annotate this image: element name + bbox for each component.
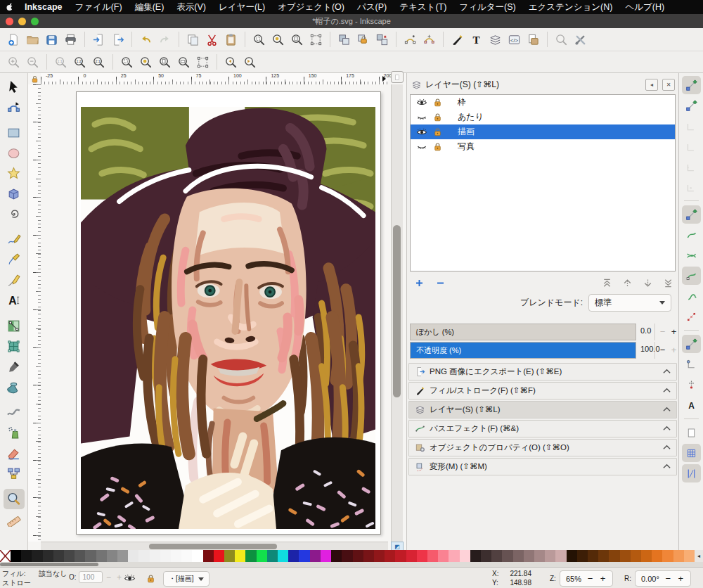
zoom-input[interactable]: 65% − + (560, 570, 613, 587)
palette-scrollbar[interactable] (0, 562, 703, 567)
snap-text-baseline-button[interactable]: A (682, 396, 701, 414)
cut-button[interactable] (202, 30, 221, 49)
apple-menu-icon[interactable] (0, 2, 18, 12)
spiral-tool[interactable] (4, 204, 25, 224)
zoom-1-2-button[interactable]: 1:2 (70, 53, 89, 71)
palette-swatch[interactable] (310, 550, 321, 562)
snap-path-intersections-button[interactable] (682, 246, 701, 264)
zoom-in-button[interactable] (4, 53, 23, 71)
layer-row-あたり[interactable]: あたり (411, 110, 675, 124)
palette-swatch[interactable] (288, 550, 299, 562)
zoom-page-width-button[interactable] (174, 53, 193, 71)
fill-stroke-dialog-button[interactable] (448, 30, 467, 49)
palette-swatch[interactable] (128, 550, 138, 562)
duplicate-button[interactable] (183, 30, 202, 49)
text-dialog-button[interactable]: T (467, 30, 486, 49)
current-layer-dropdown[interactable]: ・[描画] (163, 571, 209, 587)
snap-others-button[interactable] (682, 335, 701, 353)
box-3d-tool[interactable] (4, 184, 25, 204)
bezier-pen-tool[interactable] (4, 250, 25, 270)
palette-swatch[interactable] (502, 550, 512, 562)
tweak-tool[interactable] (4, 402, 25, 423)
group-button[interactable] (335, 30, 354, 49)
print-button[interactable] (61, 30, 80, 49)
zoom-2-1-button[interactable]: 2:1 (89, 53, 108, 71)
rotation-input[interactable]: 0.00° − + (635, 570, 691, 587)
ungroup-button[interactable] (373, 30, 392, 49)
lock-guides-button[interactable] (28, 73, 41, 84)
palette-swatch[interactable] (245, 550, 256, 562)
palette-swatch[interactable] (555, 550, 566, 562)
rotation-plus-button[interactable]: + (677, 573, 685, 584)
palette-swatch[interactable] (181, 550, 192, 562)
layer-lock-toggle[interactable] (431, 111, 444, 124)
palette-swatch[interactable] (374, 550, 385, 562)
menu-app-name[interactable]: Inkscape (18, 2, 69, 12)
palette-swatch[interactable] (321, 550, 331, 562)
palette-swatch[interactable] (588, 550, 598, 562)
document-properties-button[interactable] (524, 30, 543, 49)
layer-row-枠[interactable]: 枠 (411, 95, 675, 110)
vertical-ruler[interactable] (28, 84, 41, 542)
palette-swatch[interactable] (160, 550, 171, 562)
opacity-input[interactable]: 100 (79, 571, 103, 583)
raise-layer-button[interactable] (621, 276, 633, 289)
palette-swatch[interactable] (620, 550, 631, 562)
palette-swatch[interactable] (567, 550, 577, 562)
select-all-button[interactable] (307, 30, 325, 49)
edit-paths-button[interactable] (401, 30, 420, 49)
palette-swatch[interactable] (631, 550, 641, 562)
palette-swatch[interactable] (138, 550, 149, 562)
palette-swatch[interactable] (470, 550, 481, 562)
ellipse-tool[interactable] (4, 143, 25, 163)
selector-tool[interactable] (4, 77, 25, 97)
zoom-tool[interactable] (4, 489, 25, 509)
star-tool[interactable] (4, 163, 25, 184)
lower-layer-bottom-button[interactable] (662, 276, 674, 289)
opacity-minus-button[interactable]: − (105, 573, 113, 582)
dropper-tool[interactable] (4, 357, 25, 377)
menu-item-6[interactable]: パス(P) (351, 0, 393, 14)
find-button[interactable] (552, 30, 571, 49)
menu-item-9[interactable]: エクステンション(N) (522, 0, 619, 14)
panel-collapse-button[interactable]: ◂ (645, 79, 658, 91)
palette-swatch[interactable] (684, 550, 695, 562)
snap-nodes-button[interactable] (682, 205, 701, 224)
snap-bbox-corners-button[interactable] (682, 137, 701, 155)
palette-swatch[interactable] (534, 550, 545, 562)
layer-visibility-toggle[interactable] (415, 111, 428, 124)
dock-section-3[interactable]: レイヤー(S) (⇧⌘L) (408, 401, 677, 418)
import-button[interactable] (89, 30, 108, 49)
document-page[interactable] (76, 91, 381, 535)
lock-toggle-button[interactable] (354, 30, 373, 49)
preferences-button[interactable] (571, 30, 590, 49)
palette-swatch[interactable] (449, 550, 459, 562)
zoom-page-button[interactable] (155, 53, 174, 71)
palette-swatch[interactable] (524, 550, 534, 562)
palette-swatch[interactable] (43, 550, 53, 562)
menu-item-5[interactable]: オブジェクト(O) (271, 0, 351, 14)
layer-lock-toggle[interactable] (431, 126, 444, 139)
layer-lock-toggle[interactable] (431, 96, 444, 109)
quick-zoom-button[interactable] (391, 71, 404, 83)
palette-swatch[interactable] (353, 550, 363, 562)
menu-item-10[interactable]: ヘルプ(H) (619, 0, 671, 14)
snap-smooth-nodes-button[interactable] (682, 287, 701, 305)
save-button[interactable] (42, 30, 61, 49)
zoom-drawing-button[interactable] (269, 30, 288, 49)
remove-layer-button[interactable] (434, 276, 446, 289)
canvas-vertical-scrollbar[interactable] (391, 84, 403, 542)
snap-bbox-edge-midpoints-button[interactable] (682, 158, 701, 176)
palette-swatch[interactable] (662, 550, 673, 562)
palette-swatch[interactable] (577, 550, 588, 562)
zoom-previous-button[interactable] (221, 53, 240, 71)
palette-swatch[interactable] (438, 550, 449, 562)
palette-swatch[interactable] (96, 550, 107, 562)
palette-swatch[interactable] (395, 550, 406, 562)
zoom-1-1-button[interactable]: 1:1 (51, 53, 70, 71)
horizontal-ruler[interactable]: -250255075100125150175200 (41, 73, 388, 84)
palette-swatch[interactable] (427, 550, 438, 562)
zoom-minus-button[interactable]: − (586, 573, 594, 584)
opacity-decrease-button[interactable]: − (657, 345, 668, 355)
palette-swatch[interactable] (235, 550, 245, 562)
